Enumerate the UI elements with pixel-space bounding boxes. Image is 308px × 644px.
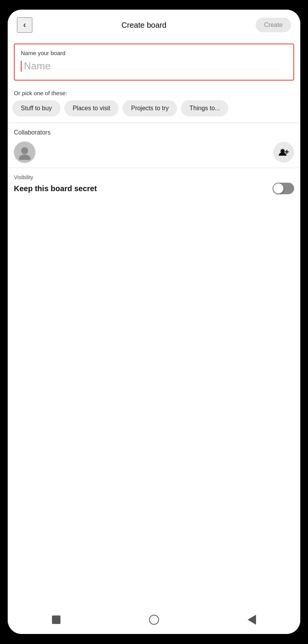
name-board-section: Name your board Name xyxy=(14,44,294,81)
toggle-thumb xyxy=(273,183,283,193)
nav-back-button[interactable] xyxy=(248,615,256,625)
text-cursor xyxy=(21,61,22,72)
avatar xyxy=(14,141,35,163)
chip-places-to-visit[interactable]: Places to visit xyxy=(64,100,119,116)
visibility-text: Keep this board secret xyxy=(14,184,97,193)
add-person-icon xyxy=(279,148,289,156)
page-title: Create board xyxy=(122,21,167,30)
bottom-spacer xyxy=(8,199,300,230)
content: Name your board Name Or pick one of thes… xyxy=(8,39,300,634)
phone-container: ‹ Create board Create Name your board Na… xyxy=(8,10,300,634)
suggestions-row: Stuff to buy Places to visit Projects to… xyxy=(8,100,300,123)
nav-home-button[interactable] xyxy=(149,615,159,625)
visibility-section: Visibility Keep this board secret xyxy=(8,168,300,199)
chip-stuff-to-buy[interactable]: Stuff to buy xyxy=(12,100,60,116)
collaborators-section: Collaborators xyxy=(8,123,300,168)
name-board-label: Name your board xyxy=(21,50,287,56)
svg-point-0 xyxy=(21,147,28,154)
back-icon xyxy=(248,615,256,625)
bottom-nav xyxy=(8,609,300,634)
svg-point-1 xyxy=(19,155,30,160)
create-button[interactable]: Create xyxy=(256,18,291,32)
add-collaborator-button[interactable] xyxy=(273,142,294,163)
chip-things-to[interactable]: Things to... xyxy=(181,100,228,116)
name-input-row[interactable]: Name xyxy=(21,60,287,72)
secret-toggle[interactable] xyxy=(273,183,294,194)
chip-projects-to-try[interactable]: Projects to try xyxy=(122,100,177,116)
visibility-label: Visibility xyxy=(14,174,294,180)
name-input-placeholder: Name xyxy=(24,60,50,72)
back-button[interactable]: ‹ xyxy=(17,17,32,33)
stop-icon xyxy=(52,615,60,624)
collaborators-row xyxy=(14,141,294,163)
home-icon xyxy=(149,615,159,625)
suggestions-label: Or pick one of these: xyxy=(8,85,300,100)
header: ‹ Create board Create xyxy=(8,10,300,39)
visibility-row: Keep this board secret xyxy=(14,183,294,194)
collaborators-label: Collaborators xyxy=(14,129,294,136)
nav-stop-button[interactable] xyxy=(52,615,60,624)
